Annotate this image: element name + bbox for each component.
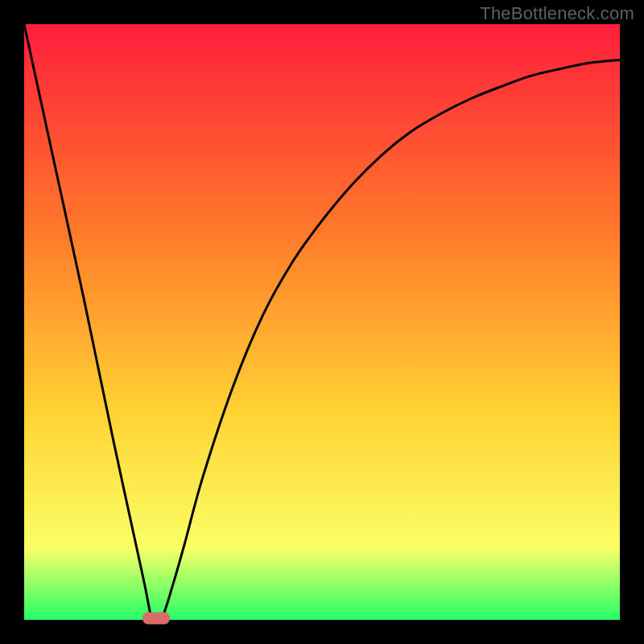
plot-svg	[24, 24, 620, 620]
chart-frame: TheBottleneck.com	[0, 0, 644, 644]
min-marker	[142, 613, 170, 625]
watermark-text: TheBottleneck.com	[480, 3, 634, 24]
gradient-background	[24, 24, 620, 620]
plot-area	[24, 24, 620, 620]
